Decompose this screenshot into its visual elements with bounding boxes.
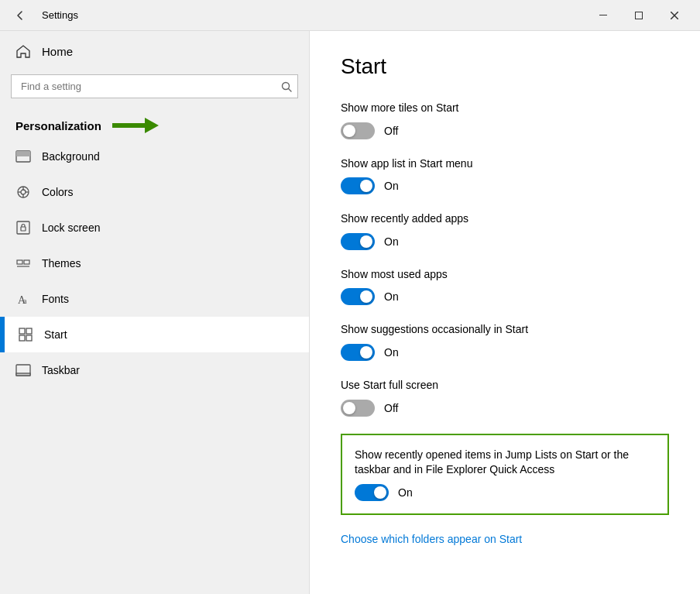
- setting-show-recently-added-toggle-row: On: [341, 233, 669, 250]
- setting-use-full-screen-label: Use Start full screen: [341, 378, 669, 393]
- app-body: Home Personalization: [0, 31, 700, 594]
- setting-show-app-list-label: Show app list in Start menu: [341, 156, 669, 172]
- svg-rect-1: [636, 12, 643, 19]
- toggle-show-most-used-knob: [360, 290, 372, 303]
- fonts-label: Fonts: [42, 293, 69, 305]
- svg-rect-16: [17, 260, 22, 264]
- close-button[interactable]: [657, 0, 692, 31]
- sidebar-item-fonts[interactable]: A a Fonts: [0, 281, 309, 317]
- home-label: Home: [42, 45, 73, 58]
- themes-icon: [15, 256, 31, 271]
- setting-show-more-tiles: Show more tiles on Start Off: [341, 101, 669, 139]
- toggle-show-app-list-knob: [360, 180, 372, 192]
- section-title: Personalization: [0, 109, 309, 139]
- toggle-show-recently-added-text: On: [384, 235, 399, 248]
- page-title: Start: [341, 54, 669, 79]
- taskbar-icon: [15, 362, 31, 378]
- content-area: Start Show more tiles on Start Off Show …: [310, 31, 700, 594]
- toggle-show-suggestions[interactable]: [341, 344, 375, 361]
- toggle-show-recently-opened[interactable]: [355, 484, 389, 501]
- sidebar: Home Personalization: [0, 31, 310, 594]
- svg-text:a: a: [23, 297, 27, 305]
- window-title: Settings: [42, 9, 78, 21]
- toggle-show-recently-added[interactable]: [341, 233, 375, 250]
- toggle-show-recently-opened-knob: [374, 486, 386, 499]
- setting-show-most-used-label: Show most used apps: [341, 267, 669, 283]
- toggle-show-most-used-text: On: [384, 290, 399, 303]
- setting-show-more-tiles-label: Show more tiles on Start: [341, 101, 669, 116]
- toggle-show-more-tiles[interactable]: [341, 122, 375, 139]
- toggle-show-recently-added-knob: [360, 235, 372, 248]
- setting-use-full-screen-toggle-row: Off: [341, 400, 669, 417]
- lock-screen-label: Lock screen: [42, 221, 100, 234]
- window-controls: [585, 0, 692, 31]
- svg-rect-15: [21, 227, 26, 231]
- svg-rect-24: [26, 335, 32, 341]
- svg-point-9: [21, 190, 26, 194]
- svg-rect-21: [19, 328, 25, 334]
- toggle-show-most-used[interactable]: [341, 288, 375, 305]
- setting-show-app-list: Show app list in Start menu On: [341, 156, 669, 195]
- taskbar-label: Taskbar: [42, 364, 80, 376]
- toggle-show-suggestions-text: On: [384, 346, 399, 359]
- setting-show-suggestions-label: Show suggestions occasionally in Start: [341, 322, 669, 338]
- choose-folders-link[interactable]: Choose which folders appear on Start: [341, 533, 522, 545]
- lock-screen-icon: [15, 220, 31, 235]
- toggle-show-suggestions-knob: [360, 346, 372, 359]
- svg-rect-14: [17, 221, 29, 234]
- back-button[interactable]: [8, 0, 33, 31]
- toggle-use-full-screen[interactable]: [341, 400, 375, 417]
- toggle-use-full-screen-knob: [343, 402, 355, 414]
- setting-show-suggestions-toggle-row: On: [341, 344, 669, 361]
- start-icon: [18, 327, 33, 342]
- search-icon: [281, 81, 292, 92]
- setting-show-recently-added-label: Show recently added apps: [341, 211, 669, 227]
- setting-show-suggestions: Show suggestions occasionally in Start O…: [341, 322, 669, 361]
- toggle-show-more-tiles-text: Off: [384, 125, 398, 137]
- setting-show-recently-added: Show recently added apps On: [341, 211, 669, 250]
- background-label: Background: [42, 150, 100, 163]
- colors-icon: [15, 184, 31, 200]
- setting-show-app-list-toggle-row: On: [341, 177, 669, 194]
- setting-use-full-screen: Use Start full screen Off: [341, 378, 669, 417]
- title-bar: Settings: [0, 0, 700, 31]
- sidebar-item-themes[interactable]: Themes: [0, 245, 309, 281]
- sidebar-item-lock-screen[interactable]: Lock screen: [0, 210, 309, 245]
- minimize-button[interactable]: [585, 0, 621, 31]
- search-input[interactable]: [11, 74, 298, 98]
- themes-label: Themes: [42, 257, 81, 270]
- sidebar-item-start[interactable]: Start: [0, 317, 309, 352]
- sidebar-home-item[interactable]: Home: [0, 31, 309, 71]
- start-label: Start: [44, 328, 67, 341]
- sidebar-item-taskbar[interactable]: Taskbar: [0, 352, 309, 388]
- title-bar-left: Settings: [8, 0, 585, 31]
- home-icon: [15, 43, 31, 59]
- sidebar-item-colors[interactable]: Colors: [0, 174, 309, 210]
- setting-show-most-used-toggle-row: On: [341, 288, 669, 305]
- svg-rect-17: [24, 260, 29, 264]
- toggle-show-app-list[interactable]: [341, 177, 375, 194]
- highlighted-setting-box: Show recently opened items in Jump Lists…: [341, 434, 669, 515]
- setting-show-more-tiles-toggle-row: Off: [341, 122, 669, 139]
- highlighted-setting-label: Show recently opened items in Jump Lists…: [355, 448, 655, 478]
- colors-label: Colors: [42, 186, 73, 198]
- svg-line-5: [289, 88, 292, 91]
- section-title-text: Personalization: [15, 119, 101, 132]
- svg-rect-22: [26, 328, 32, 334]
- toggle-use-full-screen-text: Off: [384, 402, 398, 414]
- fonts-icon: A a: [15, 291, 31, 307]
- svg-rect-0: [599, 15, 607, 15]
- sidebar-item-background[interactable]: Background: [0, 139, 309, 174]
- maximize-button[interactable]: [621, 0, 657, 31]
- svg-rect-7: [16, 151, 30, 156]
- highlighted-setting-toggle-row: On: [355, 484, 655, 501]
- svg-rect-23: [19, 335, 25, 341]
- background-icon: [15, 149, 31, 164]
- toggle-show-app-list-text: On: [384, 180, 399, 192]
- search-container: [11, 74, 298, 98]
- toggle-show-recently-opened-text: On: [398, 486, 413, 499]
- toggle-show-more-tiles-knob: [343, 125, 355, 137]
- green-arrow-icon: [112, 117, 159, 134]
- setting-show-most-used: Show most used apps On: [341, 267, 669, 306]
- choose-folders-link-text: Choose which folders appear on Start: [341, 533, 522, 545]
